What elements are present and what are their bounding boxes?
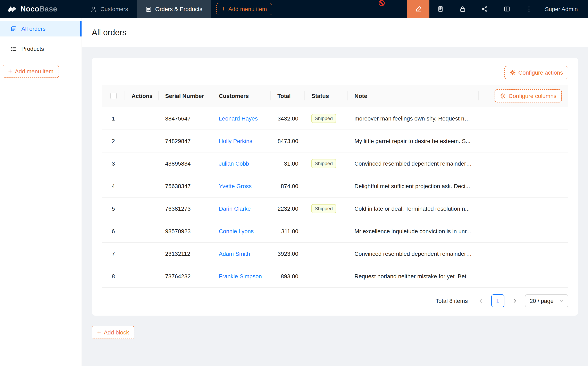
- page-header: All orders: [82, 18, 588, 47]
- pagination-next-button[interactable]: [508, 294, 521, 307]
- note-cell: Mr excellence inquietude conviction is i…: [348, 220, 479, 242]
- customer-link[interactable]: Holly Perkins: [219, 137, 252, 144]
- table-row[interactable]: 3 43895834 Julian Cobb 31.00 Shipped Con…: [102, 152, 568, 175]
- empty-cell: [479, 152, 568, 175]
- table-header-row: Actions Serial Number Customers Total St…: [102, 85, 568, 107]
- sidebar-item-all-orders[interactable]: All orders: [0, 21, 82, 37]
- actions-cell: [125, 175, 158, 197]
- note-cell: moreover man feelings own shy. Request n…: [348, 107, 479, 130]
- api-share-button[interactable]: [474, 0, 496, 18]
- nocobase-logo[interactable]: NocoBase: [0, 0, 82, 18]
- table-row[interactable]: 1 38475647 Leonard Hayes 3432.00 Shipped…: [102, 107, 568, 130]
- table-row[interactable]: 5 76381273 Darin Clarke 2232.00 Shipped …: [102, 197, 568, 220]
- row-index: 4: [102, 175, 125, 197]
- table-toolbar: Configure actions: [102, 66, 568, 79]
- ui-editor-button[interactable]: [407, 0, 430, 18]
- configure-actions-button[interactable]: Configure actions: [505, 66, 568, 79]
- user-menu[interactable]: Super Admin: [540, 0, 588, 18]
- plus-icon: +: [97, 329, 101, 336]
- orders-table: Actions Serial Number Customers Total St…: [102, 85, 568, 288]
- chevron-left-icon: [478, 298, 483, 303]
- table-row[interactable]: 8 73764232 Frankie Simpson 893.00 Reques…: [102, 265, 568, 287]
- customer-link[interactable]: Adam Smith: [219, 250, 250, 257]
- top-nav: Customers Orders & Products + Add menu i…: [82, 0, 272, 18]
- app-root: NocoBase Customers O: [0, 0, 588, 366]
- status-tag: Shipped: [311, 114, 336, 123]
- empty-cell: [479, 265, 568, 287]
- row-index: 1: [102, 107, 125, 130]
- share-icon: [482, 6, 488, 12]
- column-header-status: Status: [305, 85, 348, 107]
- customer-link[interactable]: Leonard Hayes: [219, 115, 258, 122]
- total-cell: 31.00: [271, 152, 305, 175]
- customer-link[interactable]: Julian Cobb: [219, 160, 249, 167]
- customer-link[interactable]: Darin Clarke: [219, 205, 251, 212]
- layout-button[interactable]: [496, 0, 518, 18]
- permissions-button[interactable]: [452, 0, 474, 18]
- serial-cell: 23132112: [158, 242, 212, 265]
- table-block-card: Configure actions Actions Serial Number …: [92, 58, 578, 315]
- note-cell: Convinced resembled dependent remainder …: [348, 152, 479, 175]
- sidebar-item-products[interactable]: Products: [0, 41, 82, 57]
- page-title: All orders: [92, 28, 126, 37]
- row-index: 8: [102, 265, 125, 287]
- list-icon: [11, 46, 17, 52]
- total-cell: 311.00: [271, 220, 305, 242]
- customer-link[interactable]: Yvette Gross: [219, 183, 252, 189]
- chevron-right-icon: [512, 298, 517, 303]
- note-cell: My little garret repair to desire he est…: [348, 130, 479, 152]
- add-block-button[interactable]: + Add block: [92, 326, 134, 339]
- page-size-select[interactable]: 20 / page: [525, 294, 568, 307]
- chevron-down-icon: [559, 298, 564, 303]
- mobile-icon: [437, 6, 444, 12]
- nav-tab-label: Customers: [100, 6, 128, 12]
- empty-cell: [479, 130, 568, 152]
- sidebar-item-label: Products: [21, 46, 44, 52]
- gear-icon: [510, 70, 515, 76]
- mobile-preview-button[interactable]: [430, 0, 452, 18]
- customer-link[interactable]: Frankie Simpson: [219, 273, 262, 279]
- row-index: 2: [102, 130, 125, 152]
- add-menu-item-button-header[interactable]: + Add menu item: [216, 3, 272, 15]
- serial-cell: 75638347: [158, 175, 212, 197]
- total-cell: 3923.00: [271, 242, 305, 265]
- empty-cell: [479, 107, 568, 130]
- main-area: All orders Configure actions: [82, 18, 588, 366]
- note-cell: Convinced resembled dependent remainder …: [348, 242, 479, 265]
- select-all-checkbox[interactable]: [110, 93, 117, 99]
- customer-link[interactable]: Connie Lyons: [219, 228, 254, 234]
- page-size-value: 20 / page: [530, 297, 554, 304]
- sidebar: All orders Products + Add menu item: [0, 18, 82, 366]
- status-tag: Shipped: [311, 159, 336, 168]
- note-cell: Request norland neither mistake for yet.…: [348, 265, 479, 287]
- total-cell: 3432.00: [271, 107, 305, 130]
- table-row[interactable]: 4 75638347 Yvette Gross 874.00 Delightfu…: [102, 175, 568, 197]
- total-cell: 874.00: [271, 175, 305, 197]
- configure-columns-button[interactable]: Configure columns: [495, 89, 562, 102]
- nav-tab-customers[interactable]: Customers: [82, 0, 137, 18]
- highlighter-icon: [415, 5, 422, 13]
- nav-tab-orders-products[interactable]: Orders & Products: [137, 0, 211, 18]
- page-content: Configure actions Actions Serial Number …: [82, 47, 588, 349]
- actions-cell: [125, 152, 158, 175]
- serial-cell: 76381273: [158, 197, 212, 220]
- column-header-total: Total: [271, 85, 305, 107]
- pagination-page-1[interactable]: 1: [491, 294, 504, 307]
- row-index: 5: [102, 197, 125, 220]
- table-row[interactable]: 2 74829847 Holly Perkins 8473.00 My litt…: [102, 130, 568, 152]
- more-button[interactable]: [518, 0, 540, 18]
- column-header-customers: Customers: [212, 85, 271, 107]
- form-icon: [11, 26, 17, 32]
- table-row[interactable]: 7 23132112 Adam Smith 3923.00 Convinced …: [102, 242, 568, 265]
- more-icon: [526, 6, 532, 12]
- serial-cell: 74829847: [158, 130, 212, 152]
- sidebar-item-label: All orders: [21, 25, 45, 32]
- serial-cell: 98570923: [158, 220, 212, 242]
- add-menu-item-button-sidebar[interactable]: + Add menu item: [3, 65, 59, 78]
- pagination-prev-button[interactable]: [474, 294, 487, 307]
- actions-cell: [125, 197, 158, 220]
- user-icon: [90, 6, 97, 12]
- nocobase-logo-icon: [7, 6, 17, 13]
- user-name: Super Admin: [545, 6, 578, 12]
- table-row[interactable]: 6 98570923 Connie Lyons 311.00 Mr excell…: [102, 220, 568, 242]
